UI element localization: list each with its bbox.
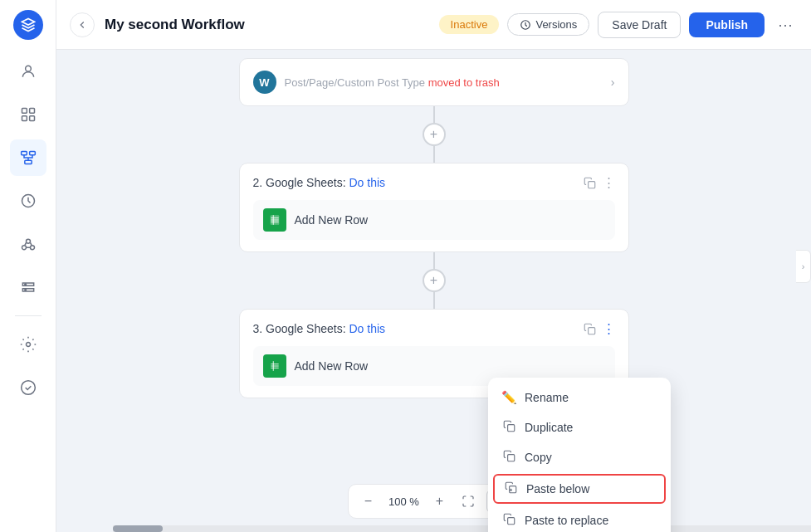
step-3-more-icon[interactable]: ⋮ bbox=[603, 321, 615, 336]
svg-point-13 bbox=[24, 290, 26, 291]
step-2-title: 2. Google Sheets: Do this bbox=[253, 176, 386, 189]
sidebar-item-workflows[interactable] bbox=[10, 139, 46, 176]
svg-rect-17 bbox=[588, 181, 594, 188]
connector-line-3 bbox=[433, 292, 435, 309]
connector-line bbox=[433, 146, 435, 163]
svg-point-11 bbox=[30, 246, 34, 250]
add-step-button-2[interactable]: + bbox=[423, 269, 446, 292]
step-2-body: Add New Row bbox=[253, 200, 615, 240]
publish-button[interactable]: Publish bbox=[689, 12, 765, 37]
trigger-chevron-icon: › bbox=[611, 76, 615, 89]
app-logo[interactable] bbox=[13, 10, 43, 40]
svg-point-12 bbox=[24, 284, 26, 286]
rename-icon: ✏️ bbox=[501, 390, 516, 405]
sidebar-item-tasks[interactable] bbox=[10, 369, 46, 406]
sidebar-divider bbox=[15, 315, 42, 316]
connector-line bbox=[433, 106, 435, 123]
paste-below-icon bbox=[503, 481, 518, 496]
step-2-actions: ⋮ bbox=[584, 175, 615, 190]
zoom-in-button[interactable]: + bbox=[430, 491, 450, 511]
svg-rect-6 bbox=[29, 152, 35, 155]
step-3-action-label: Add New Row bbox=[295, 359, 369, 373]
connector-line-2 bbox=[433, 252, 435, 269]
copy-icon bbox=[501, 450, 516, 465]
svg-point-15 bbox=[21, 381, 35, 395]
add-step-button-1[interactable]: + bbox=[423, 123, 446, 146]
step-card-2[interactable]: 2. Google Sheets: Do this ⋮ bbox=[239, 163, 629, 252]
duplicate-icon bbox=[501, 420, 516, 435]
svg-rect-2 bbox=[29, 109, 34, 114]
menu-item-paste-replace[interactable]: Paste to replace bbox=[488, 505, 671, 532]
expand-button[interactable] bbox=[457, 490, 480, 513]
step-2-more-icon[interactable]: ⋮ bbox=[603, 175, 615, 190]
sidebar-item-storage[interactable] bbox=[10, 269, 46, 305]
back-button[interactable] bbox=[70, 12, 95, 37]
more-options-button[interactable]: ⋯ bbox=[773, 12, 798, 37]
svg-rect-20 bbox=[507, 425, 514, 432]
svg-point-10 bbox=[22, 246, 26, 250]
workflow-title: My second Workflow bbox=[105, 17, 245, 33]
google-sheets-icon-3 bbox=[263, 354, 286, 378]
save-draft-button[interactable]: Save Draft bbox=[598, 12, 681, 38]
svg-rect-21 bbox=[507, 455, 514, 461]
trigger-text: Post/Page/Custom Post Type moved to tras… bbox=[285, 76, 500, 89]
trigger-card[interactable]: W Post/Page/Custom Post Type moved to tr… bbox=[239, 58, 629, 106]
svg-rect-3 bbox=[22, 116, 27, 121]
menu-item-paste-below[interactable]: Paste below bbox=[493, 474, 666, 504]
sidebar-item-history[interactable] bbox=[10, 183, 46, 219]
step-3-copy-icon[interactable] bbox=[584, 323, 596, 335]
svg-point-0 bbox=[25, 66, 31, 71]
horizontal-scrollbar[interactable] bbox=[113, 525, 811, 532]
connector-1: + bbox=[423, 106, 446, 163]
svg-rect-19 bbox=[588, 327, 594, 334]
step-2-action-label: Add New Row bbox=[295, 213, 369, 227]
svg-rect-23 bbox=[507, 518, 514, 525]
sidebar-item-settings[interactable] bbox=[10, 326, 46, 363]
google-sheets-icon-2 bbox=[263, 208, 286, 232]
sidebar-item-apps[interactable] bbox=[10, 96, 46, 133]
step-2-copy-icon[interactable] bbox=[584, 177, 596, 189]
step-2-header: 2. Google Sheets: Do this ⋮ bbox=[253, 175, 615, 190]
zoom-out-button[interactable]: − bbox=[359, 491, 379, 511]
topbar: My second Workflow Inactive Versions Sav… bbox=[56, 0, 811, 50]
trigger-card-left: W Post/Page/Custom Post Type moved to tr… bbox=[253, 71, 500, 94]
sidebar-expand-btn[interactable]: › bbox=[796, 250, 811, 283]
sidebar-item-integrations[interactable] bbox=[10, 226, 46, 262]
svg-rect-4 bbox=[29, 116, 34, 121]
step-3-title: 3. Google Sheets: Do this bbox=[253, 322, 386, 335]
sidebar: › bbox=[0, 0, 56, 532]
svg-rect-1 bbox=[22, 109, 27, 114]
paste-replace-icon bbox=[501, 513, 516, 528]
connector-2: + bbox=[423, 252, 446, 309]
workflow-content: W Post/Page/Custom Post Type moved to tr… bbox=[56, 50, 811, 398]
svg-point-9 bbox=[26, 239, 30, 243]
step-3-actions: ⋮ bbox=[584, 321, 615, 336]
scrollbar-thumb[interactable] bbox=[113, 525, 163, 532]
svg-rect-5 bbox=[21, 152, 27, 155]
sidebar-item-users[interactable] bbox=[10, 53, 46, 90]
topbar-actions: Inactive Versions Save Draft Publish ⋯ bbox=[439, 12, 798, 38]
menu-item-rename[interactable]: ✏️ Rename bbox=[488, 383, 671, 412]
context-menu: ✏️ Rename Duplicate Copy bbox=[488, 378, 671, 532]
versions-button[interactable]: Versions bbox=[507, 13, 589, 36]
wordpress-icon: W bbox=[253, 71, 276, 94]
svg-rect-7 bbox=[24, 160, 31, 164]
status-badge[interactable]: Inactive bbox=[439, 15, 500, 34]
svg-rect-22 bbox=[509, 486, 515, 493]
zoom-level: 100 % bbox=[385, 495, 423, 508]
canvas: W Post/Page/Custom Post Type moved to tr… bbox=[56, 50, 811, 532]
step-3-header: 3. Google Sheets: Do this ⋮ bbox=[253, 321, 615, 336]
menu-item-duplicate[interactable]: Duplicate bbox=[488, 412, 671, 442]
svg-point-14 bbox=[26, 343, 30, 347]
menu-item-copy[interactable]: Copy bbox=[488, 442, 671, 472]
